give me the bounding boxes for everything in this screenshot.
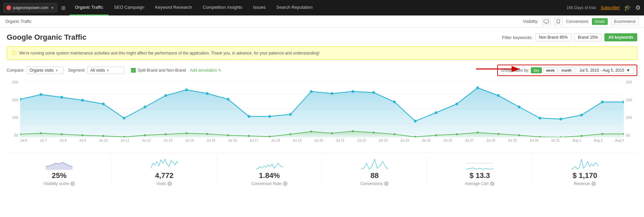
conversions-label: Conversions — [566, 19, 589, 24]
group-week-button[interactable]: week — [543, 67, 557, 73]
notice-icon: ⓘ — [12, 50, 16, 56]
nav-item-keyword-research[interactable]: Keyword Research — [150, 0, 198, 15]
ecommerce-button[interactable]: Ecommerce — [611, 18, 639, 25]
metric-conversion-rate: 1.84% Conversion Rate i — [217, 156, 322, 186]
chart-x-label: Jul 14 — [185, 139, 194, 142]
page-title: Google Organic Traffic — [7, 33, 86, 42]
nav-item-search-reputation[interactable]: Search Reputation — [271, 0, 318, 15]
date-range-arrow-icon: ▼ — [626, 68, 630, 73]
conversion-rate-value: 1.84% — [259, 171, 280, 180]
settings-icon[interactable]: ⚙ — [635, 4, 641, 11]
svg-point-23 — [206, 92, 209, 95]
compare-select[interactable]: Organic visits ▼ — [27, 67, 63, 74]
tablet-view-btn[interactable] — [554, 18, 563, 25]
red-arrow — [476, 64, 523, 74]
visibility-info-icon[interactable]: i — [70, 181, 75, 186]
svg-point-19 — [123, 117, 125, 119]
svg-point-35 — [456, 103, 458, 105]
all-keywords-button[interactable]: All keywords — [604, 33, 637, 41]
nav-item-seo-campaign[interactable]: SEO Campaign — [109, 0, 149, 15]
svg-point-41 — [580, 114, 583, 116]
conversion-rate-mini-chart — [256, 156, 283, 170]
svg-point-55 — [227, 134, 229, 136]
sub-nav-title: Organic Traffic — [5, 19, 523, 24]
segment-select[interactable]: All visits ▼ — [87, 67, 124, 74]
chart-x-label: Jul 21 — [336, 139, 345, 142]
nav-item-competition-insights[interactable]: Competition Insights — [197, 0, 248, 15]
svg-point-56 — [248, 135, 250, 137]
graduation-icon[interactable]: 🎓 — [624, 4, 631, 11]
brand-filter-btn[interactable]: Brand 15% — [574, 33, 602, 41]
page-header: Google Organic Traffic Filter keywords: … — [7, 33, 637, 42]
chart-x-axis: Jul 6Jul 7Jul 8Jul 9Jul 10Jul 11Jul 12Ju… — [20, 137, 624, 147]
svg-point-29 — [331, 92, 333, 95]
split-brand-checkbox[interactable]: ✓ Split Brand and Non-Brand — [131, 68, 186, 73]
chart-area: 200 150 100 50 200 150 100 50 — [7, 80, 637, 147]
non-brand-filter-btn[interactable]: Non Brand 85% — [535, 33, 571, 41]
svg-point-38 — [518, 106, 521, 108]
chart-x-label: Jul 24 — [400, 139, 409, 142]
add-annotation-button[interactable]: Add annotation ✎ — [190, 68, 221, 73]
conversions-info-icon[interactable]: i — [384, 181, 389, 186]
svg-point-36 — [476, 86, 479, 89]
svg-point-72 — [581, 135, 583, 137]
svg-point-51 — [144, 134, 146, 136]
svg-point-73 — [601, 133, 603, 135]
svg-point-46 — [40, 132, 42, 134]
pencil-icon: ✎ — [218, 68, 221, 73]
svg-point-40 — [559, 118, 562, 120]
svg-point-68 — [498, 133, 500, 135]
metric-average-cart: $ 13.3 Average Cart i — [427, 156, 532, 186]
conversions-label: Conversions i — [360, 181, 389, 186]
conversion-rate-info-icon[interactable]: i — [283, 181, 288, 186]
svg-point-54 — [206, 133, 208, 135]
notice-banner: ⓘ We're running some system maintenance … — [7, 46, 637, 60]
conversions-mini-chart — [361, 156, 388, 170]
average-cart-info-icon[interactable]: i — [490, 181, 495, 186]
sub-navigation: Organic Traffic Visibility: Conversions … — [0, 15, 644, 28]
visits-info-icon[interactable]: i — [167, 181, 172, 186]
checkbox-icon: ✓ — [131, 68, 136, 73]
svg-point-42 — [601, 101, 604, 103]
chart-x-label: Jul 10 — [99, 139, 108, 142]
metric-revenue: $ 1,170 Revenue i — [532, 156, 637, 186]
segment-select-arrow-icon: ▼ — [106, 69, 110, 72]
site-selector-arrow-icon: ▼ — [51, 6, 54, 10]
svg-point-34 — [435, 111, 437, 114]
chart-x-label: Jul 26 — [443, 139, 452, 142]
svg-point-37 — [497, 94, 500, 97]
svg-point-15 — [40, 93, 42, 96]
monitor-view-btn[interactable] — [542, 18, 551, 25]
svg-point-69 — [518, 134, 520, 136]
nav-right: 166 Days of trial. Subscribe! 🎓 ⚙ — [566, 4, 641, 11]
chart-x-label: Jul 12 — [142, 139, 151, 142]
visibility-label: Visibility score i — [43, 181, 75, 186]
date-range-selector[interactable]: Jul 5, 2015 - Aug 5, 2015 ▼ — [576, 67, 634, 74]
group-month-button[interactable]: month — [559, 67, 574, 73]
svg-point-59 — [310, 131, 312, 133]
site-selector[interactable]: pageonepower.com ▼ — [3, 3, 57, 12]
svg-point-52 — [165, 133, 167, 135]
chart-x-label: Jul 15 — [206, 139, 215, 142]
tablet-icon — [557, 19, 560, 24]
svg-point-61 — [352, 130, 354, 132]
chart-x-label: Aug 3 — [615, 139, 624, 142]
svg-point-47 — [61, 133, 63, 135]
chart-x-label: Aug 2 — [594, 139, 602, 142]
grid-icon[interactable]: ⊞ — [61, 5, 66, 11]
svg-point-0 — [7, 6, 10, 9]
nav-item-organic-traffic[interactable]: Organic Traffic — [70, 0, 109, 15]
svg-point-30 — [351, 90, 354, 93]
chart-x-label: Jul 16 — [228, 139, 237, 142]
subscribe-link[interactable]: Subscribe! — [601, 5, 620, 10]
revenue-info-icon[interactable]: i — [591, 181, 596, 186]
nav-item-issues[interactable]: Issues — [248, 0, 271, 15]
goals-button[interactable]: Goals — [592, 18, 608, 25]
chart-svg — [20, 80, 624, 137]
chart-svg-container — [20, 80, 624, 137]
revenue-label: Revenue i — [574, 181, 596, 186]
average-cart-value: $ 13.3 — [469, 171, 490, 180]
group-day-button[interactable]: day — [531, 67, 542, 73]
chart-x-label: Jul 28 — [486, 139, 495, 142]
revenue-value: $ 1,170 — [572, 171, 597, 180]
